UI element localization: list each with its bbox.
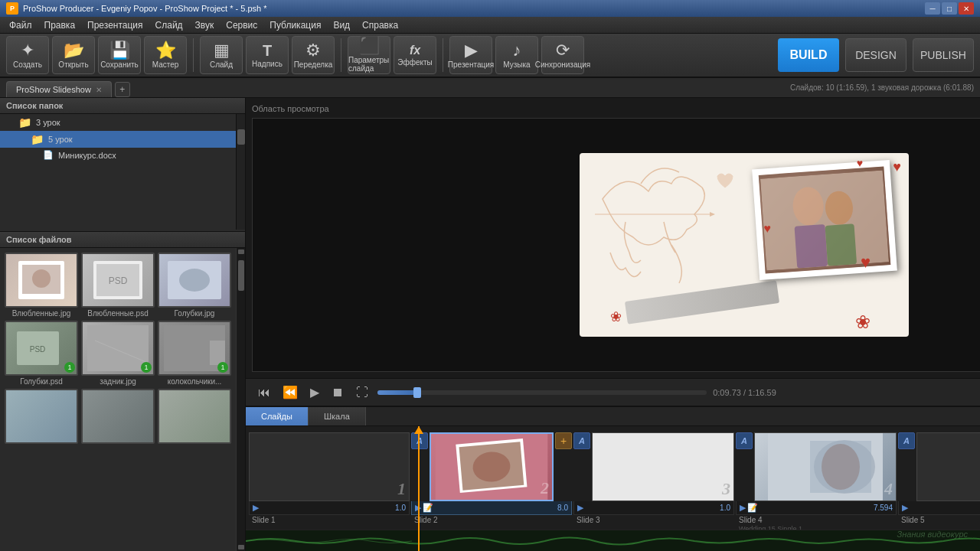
timeline: Слайды Шкала 1 — [246, 406, 980, 551]
window-controls[interactable]: ─ □ ✕ — [925, 2, 974, 15]
slide-5-play-icon[interactable]: ▶ — [902, 503, 908, 513]
menu-presentation[interactable]: Презентация — [81, 18, 149, 32]
slide-2-trans-plus[interactable]: + — [555, 432, 572, 449]
tab-close-icon[interactable]: ✕ — [96, 86, 102, 94]
file-item-kolokolchiki[interactable]: 1 колокольчики... — [158, 321, 231, 386]
left-panel: Список папок 📁 3 урок 📁 5 урок 📄 Миникур… — [0, 98, 246, 551]
design-button[interactable]: DESIGN — [845, 38, 906, 72]
slide-4-play-icon[interactable]: ▶ — [740, 503, 746, 513]
slide-2-thumb[interactable]: 2 — [430, 432, 554, 501]
file-item-vlublennie-psd[interactable]: PSD Влюбленные.psd — [81, 253, 155, 318]
slide-track-scroll[interactable]: 1 ▶ 1.0 Slide 1 A — [246, 426, 980, 551]
menubar: Файл Правка Презентация Слайд Звук Серви… — [0, 17, 980, 34]
slide-4-number: 4 — [884, 479, 893, 499]
project-tab[interactable]: ProShow Slideshow ✕ — [6, 81, 112, 97]
file-preview-kolokolchiki — [164, 325, 225, 371]
master-label: Мастер — [152, 60, 179, 69]
rework-label: Переделка — [294, 60, 333, 69]
fullscreen-button[interactable]: ⛶ — [353, 384, 371, 401]
folder-scrollbar[interactable] — [236, 114, 245, 230]
skip-back-button[interactable]: ⏮ — [255, 384, 273, 401]
slide-cell-5: A 5 ▶ 1.0 Slide 5 — [898, 432, 980, 525]
slide-4-edit-icon[interactable]: 📝 — [747, 503, 758, 513]
folder-item-5urok[interactable]: 📁 5 урок — [0, 131, 236, 148]
folder-label-minikurs: Миникурс.docx — [58, 151, 116, 160]
open-button[interactable]: 📂 Открыть — [52, 36, 95, 74]
rework-button[interactable]: ⚙ Переделка — [292, 36, 335, 74]
file-scrollbar[interactable] — [236, 248, 245, 551]
file-item-thumb8[interactable] — [81, 389, 155, 445]
build-button[interactable]: BUILD — [778, 38, 839, 72]
file-item-vlublennie-jpg[interactable]: Влюбленные.jpg — [5, 253, 78, 318]
file-section-header: Список файлов — [0, 232, 245, 248]
sync-button[interactable]: ⟳ Синхронизация — [541, 36, 584, 74]
step-back-button[interactable]: ⏪ — [279, 383, 301, 401]
minimize-button[interactable]: ─ — [925, 2, 940, 15]
menu-service[interactable]: Сервис — [220, 18, 263, 32]
folder-item-3urok[interactable]: 📁 3 урок — [0, 114, 236, 131]
progress-thumb[interactable] — [413, 387, 421, 398]
slide-1-play-icon[interactable]: ▶ — [253, 503, 259, 513]
slide-1-thumb[interactable]: 1 — [249, 432, 410, 501]
preview-area-header: Область просмотра — [252, 104, 980, 113]
menu-edit[interactable]: Правка — [38, 18, 82, 32]
slide-4-preview-svg — [755, 433, 896, 500]
file-item-golubki-psd[interactable]: PSD 1 Голубки.psd — [5, 321, 78, 386]
svg-rect-10 — [87, 325, 149, 371]
tab-slides[interactable]: Слайды — [246, 407, 309, 425]
slide-params-button[interactable]: ⬛ Параметры слайда — [348, 36, 390, 74]
file-item-thumb9[interactable] — [158, 389, 231, 445]
maximize-button[interactable]: □ — [942, 2, 957, 15]
play-button[interactable]: ▶ — [307, 383, 322, 401]
slide-3-top: A 3 — [573, 432, 734, 501]
slide-cell-3: A 3 ▶ 1.0 Slide 3 — [573, 432, 734, 525]
presentation-button[interactable]: ▶ Презентация — [449, 36, 492, 74]
caption-button[interactable]: T Надпись — [246, 36, 289, 74]
menu-publish[interactable]: Публикация — [263, 18, 327, 32]
presentation-label: Презентация — [448, 60, 494, 69]
music-button[interactable]: ♪ Музыка — [495, 36, 538, 74]
menu-file[interactable]: Файл — [3, 18, 38, 32]
caption-label: Надпись — [252, 60, 283, 68]
slide-button[interactable]: ▦ Слайд — [200, 36, 243, 74]
slide-4-thumb[interactable]: 4 — [754, 432, 897, 501]
effects-button[interactable]: fx Эффекты — [394, 36, 436, 74]
file-item-thumb7[interactable] — [5, 389, 78, 445]
slide-3-name: Slide 3 — [573, 515, 734, 525]
slide-4-trans-a[interactable]: A — [736, 432, 753, 449]
menu-slide[interactable]: Слайд — [149, 18, 189, 32]
slide-5-thumb[interactable]: 5 — [916, 432, 980, 501]
progress-bar[interactable] — [377, 390, 707, 395]
slide-2-edit-icon[interactable]: 📝 — [423, 503, 433, 513]
master-button[interactable]: ⭐ Мастер — [144, 36, 187, 74]
folder-section: Список папок 📁 3 урок 📁 5 урок 📄 Миникур… — [0, 98, 245, 232]
file-item-zadnik-jpg[interactable]: 1 задник.jpg — [81, 321, 155, 386]
window-title: ProShow Producer - Evgeniy Popov - ProSh… — [23, 4, 925, 13]
slide-label: Слайд — [210, 60, 233, 69]
file-item-golubki-jpg[interactable]: Голубки.jpg — [158, 253, 231, 318]
slide-3-thumb[interactable]: 3 — [592, 432, 734, 501]
publish-button[interactable]: PUBLISH — [913, 38, 974, 72]
slide-3-trans-a[interactable]: A — [573, 432, 590, 449]
menu-help[interactable]: Справка — [356, 18, 404, 32]
slide-cell-4: A 4 — [736, 432, 897, 533]
close-button[interactable]: ✕ — [959, 2, 974, 15]
create-label: Создать — [13, 60, 42, 69]
create-button[interactable]: ✦ Создать — [6, 36, 49, 74]
file-preview-vlublennie-psd: PSD — [87, 257, 149, 303]
folder-list: 📁 3 урок 📁 5 урок 📄 Миникурс.docx — [0, 114, 236, 230]
save-button[interactable]: 💾 Сохранить — [98, 36, 141, 74]
stop-button[interactable]: ⏹ — [328, 384, 347, 401]
tab-scale[interactable]: Шкала — [309, 407, 366, 425]
slide-count-info: Слайдов: 10 (1:16.59), 1 звуковая дорожк… — [790, 78, 974, 97]
slide-cell-2: A 2 + — [411, 432, 572, 525]
music-label: Музыка — [503, 60, 530, 69]
menu-view[interactable]: Вид — [327, 18, 356, 32]
menu-sound[interactable]: Звук — [189, 18, 220, 32]
add-tab-button[interactable]: + — [115, 82, 130, 97]
slide-2-trans-a[interactable]: A — [411, 432, 428, 449]
slide-5-trans-a[interactable]: A — [898, 432, 915, 449]
sync-label: Синхронизация — [535, 60, 590, 69]
slide-3-play-icon[interactable]: ▶ — [577, 503, 583, 513]
folder-item-minikurs[interactable]: 📄 Миникурс.docx — [0, 148, 236, 162]
